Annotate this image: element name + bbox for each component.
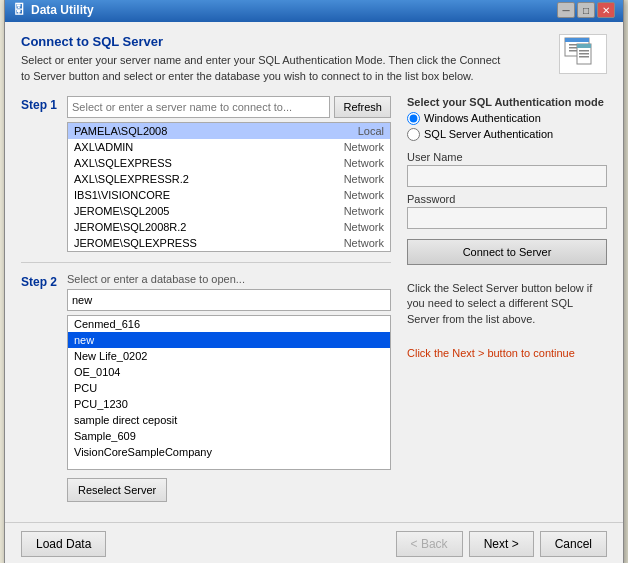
right-panel: Select your SQL Authentication mode Wind… — [407, 96, 607, 510]
server-type: Network — [344, 189, 384, 201]
header-description: Select or enter your server name and ent… — [21, 53, 501, 84]
cancel-button[interactable]: Cancel — [540, 531, 607, 557]
list-item[interactable]: Sample_609 — [68, 428, 390, 444]
password-input[interactable] — [407, 207, 607, 229]
header-icon — [559, 34, 607, 74]
refresh-button[interactable]: Refresh — [334, 96, 391, 118]
server-type: Network — [344, 141, 384, 153]
server-type: Network — [344, 205, 384, 217]
list-item[interactable]: JEROME\SQLEXPRESS Network — [68, 235, 390, 251]
step2-row: Step 2 Select or enter a database to ope… — [21, 273, 391, 502]
list-item[interactable]: PAMELA\SQL2008 Local — [68, 123, 390, 139]
sql-auth-radio[interactable] — [407, 128, 420, 141]
server-name: PAMELA\SQL2008 — [74, 125, 167, 137]
server-name: AXL\SQLEXPRESSR.2 — [74, 173, 189, 185]
list-item[interactable]: New Life_0202 — [68, 348, 390, 364]
svg-rect-6 — [577, 44, 591, 48]
list-item[interactable]: OE_0104 — [68, 364, 390, 380]
window-title: Data Utility — [31, 3, 94, 17]
svg-rect-7 — [579, 50, 589, 52]
username-input[interactable] — [407, 165, 607, 187]
db-name: OE_0104 — [74, 366, 120, 378]
username-group: User Name — [407, 151, 607, 187]
list-item[interactable]: AXL\SQLEXPRESSR.2 Network — [68, 171, 390, 187]
back-button[interactable]: < Back — [396, 531, 463, 557]
server-type: Network — [344, 237, 384, 249]
step2-instruction: Select or enter a database to open... — [67, 273, 391, 285]
windows-auth-row[interactable]: Windows Authentication — [407, 112, 607, 125]
content-area: Connect to SQL Server Select or enter yo… — [5, 22, 623, 522]
reselect-server-button[interactable]: Reselect Server — [67, 478, 167, 502]
title-bar-left: 🗄 Data Utility — [13, 3, 94, 17]
db-name: PCU_1230 — [74, 398, 128, 410]
svg-rect-9 — [579, 56, 589, 58]
list-item[interactable]: Cenmed_616 — [68, 316, 390, 332]
window-icon: 🗄 — [13, 3, 25, 17]
divider — [21, 262, 391, 263]
title-bar: 🗄 Data Utility ─ □ ✕ — [5, 0, 623, 22]
database-input[interactable] — [67, 289, 391, 311]
server-name: AXL\ADMIN — [74, 141, 133, 153]
step1-content: Refresh PAMELA\SQL2008 Local AXL\ADMIN N… — [67, 96, 391, 252]
next-button[interactable]: Next > — [469, 531, 534, 557]
list-item[interactable]: IBS1\VISIONCORE Network — [68, 187, 390, 203]
minimize-button[interactable]: ─ — [557, 2, 575, 18]
step1-label: Step 1 — [21, 96, 59, 112]
step1-input-row: Refresh — [67, 96, 391, 118]
db-name: New Life_0202 — [74, 350, 147, 362]
db-name: Sample_609 — [74, 430, 136, 442]
db-name: Cenmed_616 — [74, 318, 140, 330]
auth-group: Select your SQL Authentication mode Wind… — [407, 96, 607, 141]
main-area: Step 1 Refresh PAMELA\SQL2008 Local — [21, 96, 607, 510]
header-section: Connect to SQL Server Select or enter yo… — [21, 34, 607, 84]
server-name: IBS1\VISIONCORE — [74, 189, 170, 201]
windows-auth-radio[interactable] — [407, 112, 420, 125]
server-name-input[interactable] — [67, 96, 330, 118]
load-data-button[interactable]: Load Data — [21, 531, 106, 557]
server-name: JEROME\SQL2008R.2 — [74, 221, 187, 233]
header-title: Connect to SQL Server — [21, 34, 501, 49]
db-name: VisionCoreSampleCompany — [74, 446, 212, 458]
sql-auth-label: SQL Server Authentication — [424, 128, 553, 140]
server-name: JEROME\SQLEXPRESS — [74, 237, 197, 249]
list-item[interactable]: PCU_1230 — [68, 396, 390, 412]
sql-auth-row[interactable]: SQL Server Authentication — [407, 128, 607, 141]
main-window: 🗄 Data Utility ─ □ ✕ Connect to SQL Serv… — [4, 0, 624, 563]
svg-rect-1 — [565, 38, 589, 42]
step2-label: Step 2 — [21, 273, 59, 289]
server-name: AXL\SQLEXPRESS — [74, 157, 172, 169]
footer: Load Data < Back Next > Cancel — [5, 522, 623, 563]
step2-content: Select or enter a database to open... Ce… — [67, 273, 391, 502]
header-text: Connect to SQL Server Select or enter yo… — [21, 34, 501, 84]
list-item[interactable]: new — [68, 332, 390, 348]
continue-text: Click the Next > button to continue — [407, 347, 607, 359]
windows-auth-label: Windows Authentication — [424, 112, 541, 124]
right-bottom-text: Click the Select Server button below if … — [407, 281, 607, 327]
server-name: JEROME\SQL2005 — [74, 205, 169, 217]
database-list[interactable]: Cenmed_616 new New Life_0202 OE_0104 — [67, 315, 391, 470]
list-item[interactable]: AXL\ADMIN Network — [68, 139, 390, 155]
left-panel: Step 1 Refresh PAMELA\SQL2008 Local — [21, 96, 391, 510]
title-controls: ─ □ ✕ — [557, 2, 615, 18]
username-label: User Name — [407, 151, 607, 163]
db-name: sample direct ceposit — [74, 414, 177, 426]
list-item[interactable]: AXL\SQLEXPRESS Network — [68, 155, 390, 171]
server-list[interactable]: PAMELA\SQL2008 Local AXL\ADMIN Network A… — [67, 122, 391, 252]
close-button[interactable]: ✕ — [597, 2, 615, 18]
step1-row: Step 1 Refresh PAMELA\SQL2008 Local — [21, 96, 391, 252]
maximize-button[interactable]: □ — [577, 2, 595, 18]
db-name: PCU — [74, 382, 97, 394]
server-type: Network — [344, 157, 384, 169]
list-item[interactable]: VisionCoreSampleCompany — [68, 444, 390, 460]
password-label: Password — [407, 193, 607, 205]
footer-left: Load Data — [21, 531, 106, 557]
list-item[interactable]: JEROME\SQL2005 Network — [68, 203, 390, 219]
connect-to-server-button[interactable]: Connect to Server — [407, 239, 607, 265]
server-type: Network — [344, 173, 384, 185]
list-item[interactable]: JEROME\SQL2008R.2 Network — [68, 219, 390, 235]
db-name: new — [74, 334, 94, 346]
list-item[interactable]: PCU — [68, 380, 390, 396]
list-item[interactable]: sample direct ceposit — [68, 412, 390, 428]
footer-right: < Back Next > Cancel — [396, 531, 607, 557]
server-type: Network — [344, 221, 384, 233]
